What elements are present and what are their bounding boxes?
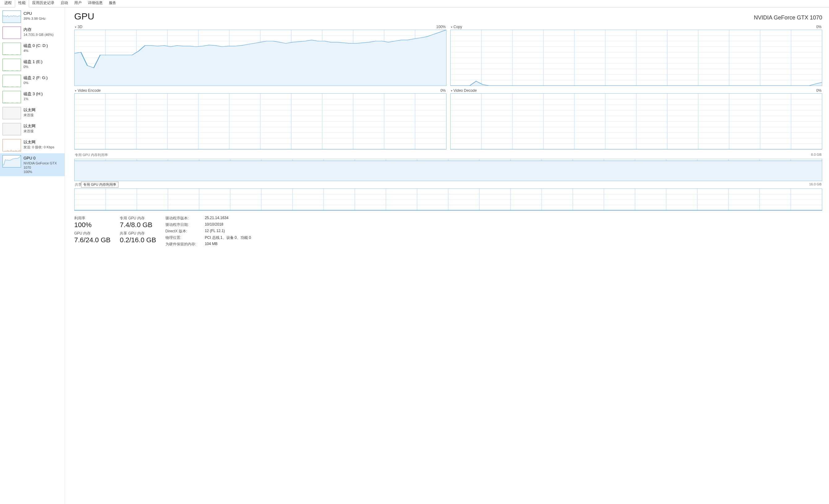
engine-chart-box[interactable]: [74, 93, 446, 150]
sidebar-item-title: 以太网: [24, 108, 36, 113]
info-key-0: 驱动程序版本:: [166, 216, 196, 221]
sidebar-item-title: CPU: [24, 11, 46, 16]
tab-6[interactable]: 服务: [106, 0, 119, 7]
sidebar-thumb-disk2: [2, 75, 21, 87]
info-key-3: 物理位置:: [166, 235, 196, 240]
sidebar-item-title: 磁盘 2 (F: G:): [24, 75, 48, 81]
sidebar-item-cpu[interactable]: CPU39% 3.98 GHz: [0, 9, 65, 25]
sidebar-item-sub: 未连接: [24, 129, 36, 133]
engine-name[interactable]: 3D: [78, 25, 82, 29]
sidebar-item-sub: 4%: [24, 48, 48, 53]
engine-chart-box[interactable]: [74, 30, 446, 86]
stat-shared-memory-value: 0.2/16.0 GB: [120, 236, 156, 244]
info-key-1: 驱动程序日期:: [166, 222, 196, 227]
memory-chart-label: 共享 GPU 内存利用率: [75, 182, 108, 187]
engine-chart-copy: ▾Copy0%: [450, 25, 823, 86]
sidebar-item-sub: 14.7/31.9 GB (46%): [24, 33, 53, 37]
chevron-down-icon[interactable]: ▾: [451, 25, 453, 29]
chevron-down-icon[interactable]: ▾: [451, 89, 453, 92]
performance-sidebar[interactable]: CPU39% 3.98 GHz内存14.7/31.9 GB (46%)磁盘 0 …: [0, 7, 65, 504]
engine-scale-max: 0%: [816, 25, 822, 29]
engine-chart-video-decode: ▾Video Decode0%: [450, 88, 823, 150]
gpu-info-table: 驱动程序版本:25.21.14.1634驱动程序日期:10/10/2018Dir…: [166, 216, 251, 247]
sidebar-item-eth0[interactable]: 以太网未连接: [0, 105, 65, 121]
sidebar-item-title: 内存: [24, 27, 53, 33]
sidebar-item-title: 磁盘 3 (H:): [24, 91, 43, 97]
info-val-1: 10/10/2018: [205, 222, 251, 227]
sidebar-item-title: 磁盘 1 (E:): [24, 59, 42, 65]
engine-name[interactable]: Video Encode: [78, 88, 101, 93]
sidebar-thumb-disk0: [2, 43, 21, 55]
memory-chart-label: 专用 GPU 内存利用率: [75, 153, 108, 157]
sidebar-item-disk3[interactable]: 磁盘 3 (H:)1%: [0, 89, 65, 105]
engine-name[interactable]: Copy: [454, 25, 462, 29]
info-val-2: 12 (FL 12.1): [205, 229, 251, 234]
tab-1[interactable]: 性能: [15, 0, 29, 7]
chevron-down-icon[interactable]: ▾: [75, 89, 76, 92]
info-key-2: DirectX 版本:: [166, 229, 196, 234]
page-title: GPU: [74, 11, 94, 22]
engine-chart-3d: ▾3D100%: [74, 25, 446, 86]
memory-chart-box-1[interactable]: [74, 189, 822, 211]
engine-chart-box[interactable]: [450, 30, 823, 86]
stat-dedicated-memory-label: 专用 GPU 内存: [120, 216, 156, 221]
sidebar-thumb-gpu0: [2, 155, 21, 167]
sidebar-item-sub: 未连接: [24, 113, 36, 117]
stat-gpu-memory-value: 7.6/24.0 GB: [74, 236, 110, 244]
engine-chart-box[interactable]: [450, 93, 823, 150]
sidebar-item-eth2[interactable]: 以太网发送: 0 接收: 0 Kbps: [0, 137, 65, 153]
sidebar-thumb-cpu: [2, 10, 21, 23]
sidebar-item-disk1[interactable]: 磁盘 1 (E:)0%: [0, 57, 65, 73]
tab-2[interactable]: 应用历史记录: [29, 0, 58, 7]
sidebar-thumb-disk1: [2, 59, 21, 71]
chevron-down-icon[interactable]: ▾: [75, 25, 76, 29]
memory-chart-head-1: 共享 GPU 内存利用率16.0 GB专用 GPU 内存利用率: [74, 182, 822, 187]
stat-utilization-value: 100%: [74, 221, 110, 229]
tab-bar: 进程性能应用历史记录启动用户详细信息服务: [0, 0, 829, 7]
engine-scale-max: 0%: [440, 88, 445, 93]
stat-dedicated-memory-value: 7.4/8.0 GB: [120, 221, 156, 229]
sidebar-item-sub: 39% 3.98 GHz: [24, 16, 46, 21]
sidebar-item-title: 以太网: [24, 140, 55, 145]
sidebar-item-title: GPU 0: [24, 156, 62, 161]
sidebar-item-eth1[interactable]: 以太网未连接: [0, 121, 65, 137]
stat-shared-memory-label: 共享 GPU 内存: [120, 231, 156, 236]
stat-utilization-label: 利用率: [74, 216, 110, 221]
sidebar-item-sub: 发送: 0 接收: 0 Kbps: [24, 145, 55, 149]
sidebar-thumb-eth0: [2, 107, 21, 119]
tab-5[interactable]: 详细信息: [85, 0, 106, 7]
sidebar-item-mem[interactable]: 内存14.7/31.9 GB (46%): [0, 25, 65, 41]
memory-chart-box-0[interactable]: [74, 159, 822, 181]
sidebar-item-disk0[interactable]: 磁盘 0 (C: D:)4%: [0, 41, 65, 57]
memory-chart-max: 8.0 GB: [811, 153, 822, 157]
tab-4[interactable]: 用户: [71, 0, 85, 7]
sidebar-thumb-disk3: [2, 91, 21, 103]
info-val-0: 25.21.14.1634: [205, 216, 251, 221]
sidebar-item-sub: 1%: [24, 97, 43, 101]
sidebar-thumb-mem: [2, 27, 21, 39]
sidebar-item-sub: NVIDIA GeForce GTX 1070: [24, 161, 62, 170]
engine-chart-video-encode: ▾Video Encode0%: [74, 88, 446, 150]
tab-0[interactable]: 进程: [1, 0, 15, 7]
sidebar-item-sub: 0%: [24, 81, 48, 85]
info-val-3: PCI 总线 1、设备 0、功能 0: [205, 235, 251, 240]
sidebar-thumb-eth1: [2, 123, 21, 135]
sidebar-item-sub2: 100%: [24, 170, 62, 174]
sidebar-thumb-eth2: [2, 139, 21, 151]
info-val-4: 104 MB: [205, 242, 251, 247]
sidebar-item-sub: 0%: [24, 65, 42, 69]
engine-name[interactable]: Video Decode: [454, 88, 477, 93]
engine-scale-max: 100%: [436, 25, 446, 29]
sidebar-item-disk2[interactable]: 磁盘 2 (F: G:)0%: [0, 73, 65, 89]
stat-gpu-memory-label: GPU 内存: [74, 231, 110, 236]
info-key-4: 为硬件保留的内存:: [166, 242, 196, 247]
sidebar-item-title: 磁盘 0 (C: D:): [24, 43, 48, 48]
memory-chart-max: 16.0 GB: [809, 182, 822, 187]
gpu-model-name: NVIDIA GeForce GTX 1070: [754, 14, 822, 21]
gpu-detail-pane: GPU NVIDIA GeForce GTX 1070 ▾3D100%▾Copy…: [65, 7, 829, 504]
sidebar-item-title: 以太网: [24, 124, 36, 129]
memory-chart-head-0: 专用 GPU 内存利用率8.0 GB: [74, 153, 822, 158]
engine-scale-max: 0%: [816, 88, 822, 93]
sidebar-item-gpu0[interactable]: GPU 0NVIDIA GeForce GTX 1070100%: [0, 153, 65, 176]
tab-3[interactable]: 启动: [58, 0, 71, 7]
